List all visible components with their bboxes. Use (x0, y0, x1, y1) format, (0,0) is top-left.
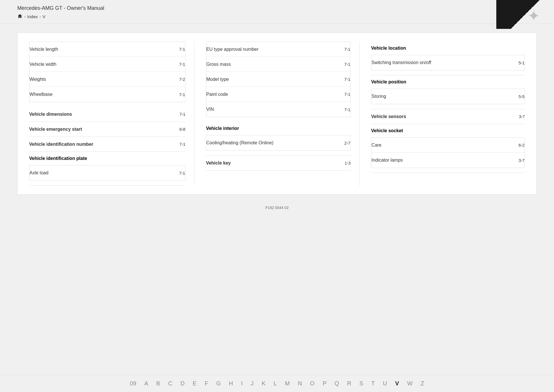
entry-label-bold: Vehicle dimensions (29, 112, 179, 117)
alpha-E[interactable]: E (193, 380, 196, 387)
entry-page: 7›1 (344, 47, 350, 52)
list-item[interactable]: Vehicle length 7›1 (29, 42, 185, 57)
breadcrumb-index[interactable]: Index (27, 14, 38, 19)
entry-page: 7›1 (179, 47, 185, 52)
entry-label: Wheelbase (29, 92, 179, 97)
entry-label: Axle load (29, 170, 179, 176)
entry-page: 7›2 (179, 77, 185, 82)
entry-label: Paint code (206, 92, 345, 97)
section-header-vehicle-position: Vehicle position (371, 75, 525, 89)
list-item[interactable]: Storing 5›5 (371, 89, 525, 104)
alpha-O[interactable]: O (310, 380, 315, 387)
alpha-P[interactable]: P (323, 380, 326, 387)
index-grid: Vehicle length 7›1 Vehicle width 7›1 Wei… (29, 42, 525, 186)
list-item[interactable]: Gross mass 7›1 (206, 57, 351, 72)
entry-label: Model type (206, 77, 345, 82)
list-item[interactable]: Vehicle identification number 7›1 (29, 137, 186, 152)
entry-page: 7›1 (344, 107, 350, 112)
home-icon[interactable] (17, 14, 23, 20)
alpha-T[interactable]: T (371, 380, 375, 387)
section-header-vehicle-socket: Vehicle socket (371, 124, 525, 137)
page-title: Mercedes-AMG GT - Owner's Manual (17, 5, 537, 11)
entry-label: Care (371, 143, 519, 148)
entry-page: 2›7 (344, 141, 350, 145)
alpha-V[interactable]: V (395, 380, 399, 387)
entry-page: 7›1 (344, 62, 350, 67)
section-header: Vehicle identification plate (29, 152, 186, 165)
entry-page: 7›1 (344, 92, 350, 97)
mercedes-logo: ✦ (496, 0, 554, 29)
entry-page: 5›1 (519, 60, 525, 65)
alpha-K[interactable]: K (262, 380, 265, 387)
list-item[interactable]: Model type 7›1 (206, 72, 351, 87)
entry-page: 3›7 (519, 158, 525, 163)
column-1: Vehicle length 7›1 Vehicle width 7›1 Wei… (29, 42, 194, 186)
alpha-C[interactable]: C (168, 380, 172, 387)
alpha-Q[interactable]: Q (335, 380, 339, 387)
entry-label: Vehicle width (29, 62, 179, 67)
breadcrumb-sep-1: › (24, 14, 25, 19)
entry-page: 1›3 (345, 160, 351, 165)
entry-label: Storing (371, 94, 519, 99)
entry-page: 6›2 (519, 143, 525, 148)
column-2: EU type approval number 7›1 Gross mass 7… (194, 42, 360, 186)
entry-page: 5›5 (519, 94, 525, 99)
column-3: Vehicle location Switching transmission … (360, 42, 525, 186)
entry-label: Switching transmission on/off (371, 60, 519, 65)
section-header-vehicle-location: Vehicle location (371, 42, 525, 55)
alpha-S[interactable]: S (360, 380, 363, 387)
entry-page: 3›7 (519, 114, 525, 119)
list-item[interactable]: Paint code 7›1 (206, 87, 351, 102)
list-item[interactable]: Switching transmission on/off 5›1 (371, 55, 525, 70)
breadcrumb-sep-2: › (40, 14, 41, 19)
alphabet-nav: 09 A B C D E F G H I J K L M N O P Q R S… (0, 375, 554, 392)
list-item[interactable]: Axle load 7›1 (29, 165, 185, 180)
alpha-F[interactable]: F (205, 380, 208, 387)
entry-label-bold: Vehicle key (206, 160, 345, 166)
alpha-N[interactable]: N (298, 380, 302, 387)
entry-label-bold: Vehicle emergency start (29, 127, 179, 132)
alpha-B[interactable]: B (156, 380, 160, 387)
header: Mercedes-AMG GT - Owner's Manual › Index… (0, 0, 554, 24)
alpha-Z[interactable]: Z (421, 380, 424, 387)
list-item[interactable]: Indicator lamps 3›7 (371, 153, 525, 168)
list-item[interactable]: Vehicle emergency start 6›8 (29, 122, 186, 137)
footer-code: F192 0044 02 (0, 203, 554, 230)
entry-page: 7›1 (179, 142, 186, 147)
alpha-G[interactable]: G (216, 380, 221, 387)
alpha-09[interactable]: 09 (130, 380, 136, 387)
alpha-A[interactable]: A (144, 380, 148, 387)
list-item[interactable]: Cooling/heating (Remote Online) 2›7 (206, 135, 351, 150)
list-item[interactable]: Vehicle key 1›3 (206, 156, 351, 171)
alpha-U[interactable]: U (383, 380, 387, 387)
entry-label: Cooling/heating (Remote Online) (206, 140, 345, 145)
list-item[interactable]: Weights 7›2 (29, 72, 185, 87)
entry-label: EU type approval number (206, 47, 345, 52)
mercedes-star-icon: ✦ (527, 7, 540, 25)
list-item[interactable]: Vehicle dimensions 7›1 (29, 107, 186, 122)
entry-label: Indicator lamps (371, 158, 519, 163)
entry-page: 7›1 (179, 92, 185, 97)
breadcrumb-current[interactable]: V (42, 14, 45, 19)
entry-label-bold: Vehicle sensors (371, 114, 519, 119)
list-item[interactable]: Care 6›2 (371, 138, 525, 153)
list-item[interactable]: Wheelbase 7›1 (29, 87, 185, 102)
list-item[interactable]: Vehicle width 7›1 (29, 57, 185, 72)
alpha-J[interactable]: J (251, 380, 254, 387)
list-item[interactable]: EU type approval number 7›1 (206, 42, 351, 57)
alpha-W[interactable]: W (407, 380, 413, 387)
alpha-H[interactable]: H (229, 380, 233, 387)
main-content: Vehicle length 7›1 Vehicle width 7›1 Wei… (17, 33, 537, 195)
entry-page: 7›1 (179, 62, 185, 67)
alpha-R[interactable]: R (347, 380, 351, 387)
alpha-L[interactable]: L (274, 380, 277, 387)
alpha-D[interactable]: D (180, 380, 184, 387)
alpha-I[interactable]: I (241, 380, 243, 387)
entry-page: 6›8 (179, 127, 186, 132)
entry-label: Gross mass (206, 62, 345, 67)
list-item[interactable]: Vehicle sensors 3›7 (371, 109, 525, 124)
section-header-vehicle-interior: Vehicle interior (206, 122, 351, 135)
alpha-M[interactable]: M (285, 380, 290, 387)
entry-page: 7›1 (179, 171, 185, 176)
list-item[interactable]: VIN 7›1 (206, 102, 351, 117)
